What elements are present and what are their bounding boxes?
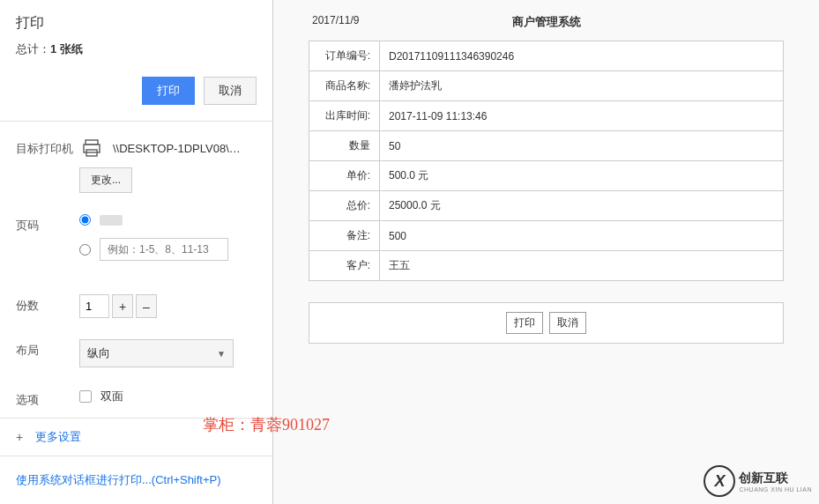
table-row: 订单编号:D20171109111346390246 — [309, 41, 784, 71]
system-dialog-link[interactable]: 使用系统对话框进行打印...(Ctrl+Shift+P) — [0, 456, 272, 504]
print-button[interactable]: 打印 — [142, 77, 195, 105]
change-printer-button[interactable]: 更改... — [79, 167, 132, 193]
pages-custom-radio[interactable] — [79, 244, 91, 256]
layout-select[interactable]: 纵向 ▼ — [79, 339, 234, 367]
pages-all-radio[interactable] — [79, 214, 91, 226]
table-row: 商品名称:潘婷护法乳 — [309, 71, 784, 101]
options-label: 选项 — [16, 389, 79, 408]
layout-label: 布局 — [16, 339, 79, 359]
pages-label: 页码 — [16, 214, 79, 233]
preview-action-row: 打印 取消 — [309, 302, 784, 344]
logo-icon: X — [704, 465, 735, 497]
pages-all-label — [100, 215, 123, 226]
duplex-label: 双面 — [101, 389, 123, 404]
duplex-checkbox[interactable] — [79, 390, 92, 403]
table-row: 数量50 — [309, 131, 784, 161]
plus-icon: + — [16, 430, 23, 444]
preview-title: 商户管理系统 — [512, 14, 581, 30]
copies-input[interactable] — [79, 294, 109, 318]
cancel-button[interactable]: 取消 — [204, 77, 257, 105]
preview-date: 2017/11/9 — [312, 14, 359, 26]
copies-plus-button[interactable]: + — [112, 294, 133, 318]
table-row: 客户:王五 — [309, 251, 784, 281]
print-preview-panel: 2017/11/9 商户管理系统 订单编号:D20171109111346390… — [273, 0, 819, 504]
page-summary: 总计：1 张纸 — [16, 41, 257, 57]
table-row: 总价:25000.0 元 — [309, 191, 784, 221]
table-row: 单价:500.0 元 — [309, 161, 784, 191]
watermark-text: 掌柜：青蓉901027 — [203, 414, 330, 435]
copies-label: 份数 — [16, 294, 79, 314]
preview-cancel-button[interactable]: 取消 — [549, 312, 586, 334]
order-table: 订单编号:D20171109111346390246 商品名称:潘婷护法乳 出库… — [309, 41, 784, 281]
chevron-down-icon: ▼ — [217, 349, 226, 359]
brand-logo: X 创新互联 CHUANG XIN HU LIAN — [704, 465, 812, 497]
pages-custom-input[interactable] — [100, 238, 228, 261]
copies-minus-button[interactable]: – — [136, 294, 157, 318]
printer-name: \\DESKTOP-1DPLV08\Pa... — [113, 142, 245, 155]
dialog-title: 打印 — [16, 14, 257, 33]
preview-print-button[interactable]: 打印 — [506, 312, 543, 334]
table-row: 备注:500 — [309, 221, 784, 251]
table-row: 出库时间:2017-11-09 11:13:46 — [309, 101, 784, 131]
printer-label: 目标打印机 — [16, 137, 79, 157]
printer-icon — [79, 137, 104, 159]
